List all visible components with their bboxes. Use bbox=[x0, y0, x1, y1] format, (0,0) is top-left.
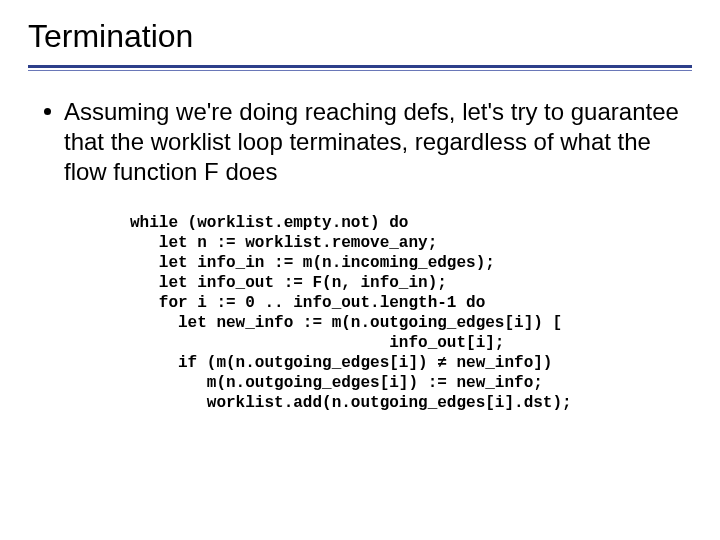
bullet-item: Assuming we're doing reaching defs, let'… bbox=[44, 97, 686, 187]
code-line: m(n.outgoing_edges[i]) := new_info; bbox=[130, 374, 543, 392]
code-line: worklist.add(n.outgoing_edges[i].dst); bbox=[130, 394, 572, 412]
slide-body: Assuming we're doing reaching defs, let'… bbox=[28, 97, 692, 413]
code-line: let info_out := F(n, info_in); bbox=[130, 274, 447, 292]
code-line: let n := worklist.remove_any; bbox=[130, 234, 437, 252]
title-underline-thin bbox=[28, 70, 692, 71]
code-line: for i := 0 .. info_out.length-1 do bbox=[130, 294, 485, 312]
bullet-text: Assuming we're doing reaching defs, let'… bbox=[64, 97, 686, 187]
code-line: let new_info := m(n.outgoing_edges[i]) [ bbox=[130, 314, 562, 332]
code-line: let info_in := m(n.incoming_edges); bbox=[130, 254, 495, 272]
slide-title: Termination bbox=[28, 18, 692, 61]
code-line: if (m(n.outgoing_edges[i]) ≠ new_info]) bbox=[130, 354, 552, 372]
bullet-dot-icon bbox=[44, 108, 51, 115]
code-line: while (worklist.empty.not) do bbox=[130, 214, 408, 232]
title-underline-thick bbox=[28, 65, 692, 68]
code-line: info_out[i]; bbox=[130, 334, 504, 352]
title-underline bbox=[28, 65, 692, 71]
slide: Termination Assuming we're doing reachin… bbox=[0, 0, 720, 540]
code-block: while (worklist.empty.not) do let n := w… bbox=[130, 213, 686, 413]
